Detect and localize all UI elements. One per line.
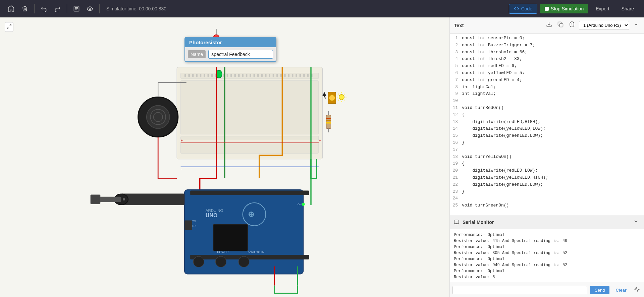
clear-button[interactable]: Clear [612, 286, 630, 294]
svg-rect-17 [200, 74, 202, 77]
svg-rect-43 [300, 74, 301, 77]
svg-rect-31 [254, 74, 255, 77]
serial-line: Performance:- Optimal [454, 232, 640, 238]
svg-line-61 [338, 100, 339, 101]
serial-line: Performance:- Optimal [454, 268, 640, 274]
send-button[interactable]: Send [590, 286, 609, 294]
svg-rect-15 [192, 74, 194, 77]
svg-rect-33 [261, 74, 263, 77]
code-line: 2const int BuzzerTrigger = 7; [450, 42, 644, 49]
code-line: 12{ [450, 112, 644, 119]
delete-button[interactable] [19, 3, 30, 14]
serial-line: Resistor value: 5 [454, 274, 640, 280]
export-button[interactable]: Export [591, 4, 614, 13]
graph-icon-button[interactable] [633, 285, 641, 295]
svg-rect-69 [326, 122, 331, 123]
line-code: int lightCal; [462, 84, 496, 91]
right-panel-header: Text 1 (Arduino Uno R3) [450, 17, 644, 34]
svg-rect-95 [121, 194, 185, 205]
svg-rect-67 [326, 118, 331, 119]
svg-line-7 [7, 27, 9, 28]
line-code: digitalWrite(yellowLED,LOW); [462, 125, 546, 132]
svg-text:+: + [181, 138, 183, 142]
svg-point-5 [89, 8, 91, 9]
svg-rect-28 [242, 74, 244, 77]
svg-rect-16 [196, 74, 198, 77]
serial-chevron-down-icon[interactable] [632, 217, 640, 227]
line-number: 21 [452, 174, 462, 181]
svg-rect-89 [184, 221, 192, 230]
line-number: 23 [452, 188, 462, 195]
svg-text:ON: ON [298, 203, 302, 206]
line-code: const int redLED = 6; [462, 63, 517, 70]
notes-button[interactable] [71, 3, 82, 14]
line-number: 9 [452, 91, 462, 98]
serial-line: Resistor value: 415 And Spectral reading… [454, 238, 640, 244]
download-icon-button[interactable] [545, 20, 553, 31]
line-number: 4 [452, 56, 462, 63]
panel-chevron-down-icon[interactable] [632, 20, 640, 30]
svg-rect-12 [181, 142, 319, 153]
popup-body: Name [185, 47, 276, 61]
serial-line: Resistor value: 949 And Spectral reading… [454, 262, 640, 268]
toolbar: Simulator time: 00:00:00.830 Code Stop S… [0, 0, 644, 17]
line-code: digitalWrite(redLED,HIGH); [462, 119, 540, 126]
code-editor[interactable]: 1const int sensorPin = 0;2const int Buzz… [450, 34, 644, 215]
svg-rect-100 [91, 195, 100, 204]
divider-2 [67, 4, 67, 13]
home-button[interactable] [5, 3, 17, 14]
serial-monitor-bar[interactable]: Serial Monitor [450, 215, 644, 229]
svg-rect-24 [227, 74, 228, 77]
code-button[interactable]: Code [509, 4, 537, 14]
fullscreen-button[interactable] [5, 22, 13, 32]
svg-rect-35 [269, 74, 270, 77]
svg-point-54 [339, 95, 344, 100]
redo-button[interactable] [52, 3, 63, 14]
serial-monitor-content: Performance:- OptimalResistor value: 415… [450, 229, 644, 283]
copy-icon-button[interactable] [556, 20, 565, 31]
svg-rect-32 [257, 74, 259, 77]
code-line: 4const int thresh2 = 33; [450, 56, 644, 63]
svg-rect-110 [560, 24, 563, 27]
svg-rect-9 [181, 73, 319, 79]
code-line: 19{ [450, 160, 644, 167]
debug-icon-button[interactable] [568, 20, 576, 31]
code-line: 18void turnYellowOn() [450, 154, 644, 161]
svg-rect-86 [213, 224, 248, 251]
svg-rect-41 [292, 74, 293, 77]
popup-name-input[interactable] [208, 50, 273, 59]
line-code: const int greenLED = 4; [462, 77, 522, 84]
svg-point-53 [329, 95, 335, 101]
svg-rect-36 [273, 74, 274, 77]
line-number: 17 [452, 146, 462, 154]
share-button[interactable]: Share [617, 4, 639, 13]
view-button[interactable] [85, 3, 95, 14]
line-number: 18 [452, 154, 462, 161]
serial-line: Performance:- Optimal [454, 244, 640, 250]
code-line: 25void turnGreenOn() [450, 202, 644, 209]
svg-point-93 [216, 256, 226, 267]
line-code: { [462, 160, 465, 167]
toolbar-right: Code Stop Simulation Export Share [509, 4, 639, 14]
svg-rect-25 [230, 74, 232, 77]
right-panel: Text 1 (Arduino Uno R3) 1const int senso… [449, 17, 644, 297]
svg-point-90 [302, 203, 305, 206]
stop-simulation-button[interactable]: Stop Simulation [540, 4, 588, 13]
svg-line-59 [338, 94, 339, 94]
board-selector[interactable]: 1 (Arduino Uno R3) [579, 21, 629, 30]
svg-text:ANALOG IN: ANALOG IN [248, 250, 265, 254]
line-code: digitalWrite(yellowLED,HIGH); [462, 174, 548, 181]
line-number: 3 [452, 49, 462, 56]
line-code: digitalWrite(greenLED,LOW); [462, 132, 543, 139]
line-number: 20 [452, 167, 462, 174]
svg-rect-30 [250, 74, 251, 77]
line-number: 19 [452, 160, 462, 167]
svg-rect-113 [454, 220, 459, 224]
serial-input[interactable] [452, 286, 587, 294]
serial-line: Resistor value: 305 And Spectral reading… [454, 250, 640, 256]
undo-button[interactable] [39, 3, 49, 14]
canvas-area[interactable]: ⊕ ARDUINO UNO TX RX DIGITAL (PWM~) ANALO… [0, 17, 449, 297]
svg-rect-18 [204, 74, 205, 77]
serial-line: Performance:- Optimal [454, 256, 640, 262]
line-code: const int threshold = 66; [462, 49, 527, 56]
